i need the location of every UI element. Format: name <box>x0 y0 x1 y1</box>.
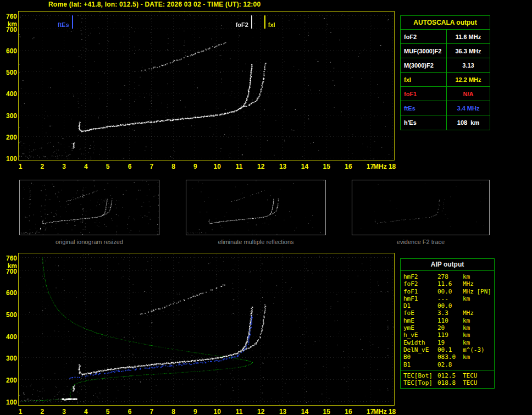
x-tick-label: 12 <box>256 408 266 415</box>
cell-label: h'Es <box>401 115 447 130</box>
y-tick-label: 400 <box>2 90 17 98</box>
x-tick-label: 13 <box>278 408 288 415</box>
cell-value: 108 km <box>447 115 490 130</box>
y-tick-label: 600 <box>2 289 17 297</box>
cell-unit: MHz <box>463 309 491 317</box>
x-tick-label: 3 <box>59 163 69 170</box>
thumbnail-canvas <box>20 180 159 235</box>
x-tick-label: 2 <box>37 163 47 170</box>
y-tick-label: 300 <box>2 112 17 120</box>
x-tick-label: 1 <box>15 408 25 415</box>
table-row: B102.8 <box>403 361 491 368</box>
table-row: ymE20km <box>403 324 491 331</box>
cell-value: --- <box>437 295 463 302</box>
y-tick-label: 200 <box>2 377 17 384</box>
table-row: hmE110km <box>403 317 491 324</box>
x-tick-label: 7 <box>147 163 157 170</box>
x-tick-label: 9 <box>190 408 200 415</box>
foF2-marker-line <box>251 15 252 29</box>
thumbnail-original-ionogram <box>19 180 159 235</box>
x-axis-unit-label: MHz <box>373 408 387 415</box>
cell-value: 19 <box>437 339 463 346</box>
cell-value: N/A <box>447 87 490 101</box>
x-tick-label: 8 <box>169 408 179 415</box>
cell-label: M(3000)F2 <box>401 58 447 73</box>
cell-label: foE <box>403 309 437 317</box>
thumbnail-caption: eliminate multiple reflections <box>186 239 326 245</box>
table-row: fxI12.2 MHz <box>401 73 490 87</box>
ionogram-canvas <box>19 12 394 160</box>
cell-label: hmF1 <box>403 295 437 302</box>
table-row: Ewidth19km <box>403 339 491 346</box>
x-tick-label: 10 <box>212 163 222 170</box>
x-axis-unit-label: MHz <box>373 163 387 170</box>
x-tick-label: 7 <box>147 408 157 415</box>
ftEs-marker-label: ftEs <box>49 21 69 28</box>
unit-text: km <box>463 324 470 331</box>
x-tick-label: 2 <box>37 408 47 415</box>
table-row: B0083.0km <box>403 353 491 361</box>
x-tick-label: 3 <box>59 408 69 415</box>
y-tick-label: 200 <box>2 134 17 141</box>
cell-label: B0 <box>403 353 437 361</box>
cell-value: 119 <box>437 331 463 339</box>
x-tick-label: 16 <box>343 408 353 415</box>
x-tick-label: 4 <box>81 163 91 170</box>
x-tick-label: 9 <box>190 163 200 170</box>
table-row: hmF2278km <box>403 273 491 280</box>
unit-text: km <box>463 273 470 280</box>
table-row: foE3.3MHz <box>403 309 491 317</box>
x-tick-label: 14 <box>300 408 309 415</box>
cell-value: 110 <box>437 317 463 324</box>
y-tick-label: 760 <box>2 254 17 262</box>
cell-label: hmE <box>403 317 437 324</box>
y-tick-label: 600 <box>2 47 17 55</box>
cell-label: hmF2 <box>403 273 437 280</box>
unit-text: km <box>463 331 470 339</box>
cell-value: 3.4 MHz <box>447 101 490 115</box>
table-row: M(3000)F23.13 <box>401 58 490 73</box>
ionogram-plot: 1234567891011121314151617187607006005004… <box>18 11 395 161</box>
cell-label: foF2 <box>401 30 447 44</box>
cell-unit <box>463 361 491 368</box>
cell-unit: km <box>463 339 491 346</box>
table-row: DelN_vE00.1m^(-3) <box>403 346 491 353</box>
x-tick-label: 18 <box>387 163 397 170</box>
cell-unit: km <box>463 353 491 361</box>
table-row: foF211.6 MHz <box>401 30 490 44</box>
fxI-marker-label: fxI <box>268 21 275 28</box>
cell-label: TEC[Top] <box>403 379 437 386</box>
x-tick-label: 18 <box>387 408 397 415</box>
x-tick-label: 10 <box>212 408 222 415</box>
profile-canvas <box>19 253 394 405</box>
cell-value: 012.5 <box>437 372 463 379</box>
cell-value: 11.6 MHz <box>447 30 490 44</box>
cell-value: 00.0 <box>437 302 463 309</box>
cell-unit: MHz[PN] <box>463 288 491 295</box>
x-tick-label: 1 <box>15 163 25 170</box>
autoscala-table-rows: foF211.6 MHzMUF(3000)F236.3 MHzM(3000)F2… <box>401 30 490 130</box>
cell-unit: TECU <box>463 372 491 379</box>
unit-text: MHz <box>463 309 474 317</box>
cell-unit <box>463 302 491 309</box>
x-tick-label: 15 <box>322 163 331 170</box>
table-row: hmF1---km <box>403 295 491 302</box>
cell-label: B1 <box>403 361 437 368</box>
cell-value: 083.0 <box>437 353 463 361</box>
station-date-title: Rome (lat: +41.8, lon: 012.5) - DATE: 20… <box>48 1 261 8</box>
cell-label: fxI <box>401 73 447 87</box>
unit-text: TECU <box>463 372 478 379</box>
table-row: foF1N/A <box>401 87 490 101</box>
cell-value: 20 <box>437 324 463 331</box>
cell-value: 02.8 <box>437 361 463 368</box>
cell-value: 3.3 <box>437 309 463 317</box>
x-tick-label: 13 <box>278 163 288 170</box>
autoscala-table-title: AUTOSCALA output <box>401 16 490 30</box>
thumbnail-canvas <box>352 180 489 235</box>
cell-unit: km <box>463 331 491 339</box>
x-tick-label: 15 <box>322 408 331 415</box>
table-row: MUF(3000)F236.3 MHz <box>401 44 490 58</box>
unit-text: km <box>463 353 470 361</box>
aip-table-rows: hmF2278kmfoF211.6MHzfoF100.0MHz[PN]hmF1-… <box>401 271 494 370</box>
cell-value: 00.1 <box>437 346 463 353</box>
